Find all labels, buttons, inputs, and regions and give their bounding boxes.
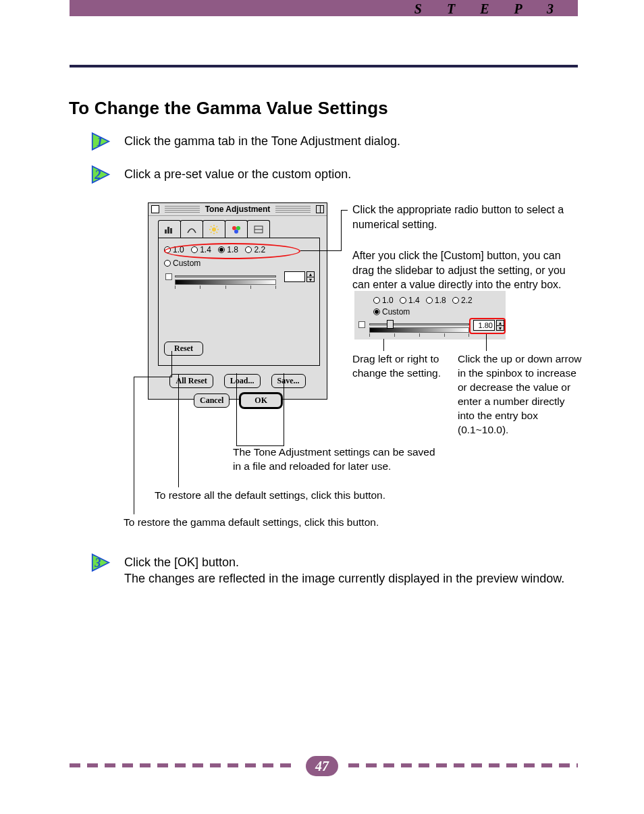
titlebar-lines — [275, 206, 311, 213]
spin-down-icon[interactable]: ▼ — [307, 277, 314, 282]
ex-radio-2-2[interactable]: 2.2 — [452, 296, 473, 305]
footer-dashes-right — [348, 763, 578, 767]
gamma-slider[interactable]: ▲▼ — [164, 271, 314, 285]
ex-radio-1-4[interactable]: 1.4 — [400, 296, 420, 305]
ex-radio-custom[interactable]: Custom — [373, 307, 410, 317]
svg-point-18 — [234, 229, 238, 234]
svg-line-12 — [211, 226, 212, 227]
step-2-text: Click a pre-set value or the custom opti… — [124, 167, 351, 182]
slider-left-icon — [358, 321, 365, 328]
dialog-tabs — [149, 216, 327, 238]
page-number: 47 — [306, 756, 338, 776]
tab-balance[interactable] — [247, 220, 270, 238]
slider-thumb[interactable] — [387, 320, 394, 329]
svg-text:2: 2 — [94, 168, 101, 182]
step-3-body: The changes are reflected in the image c… — [124, 571, 570, 587]
close-box-icon[interactable] — [151, 205, 159, 213]
save-button[interactable]: Save... — [271, 374, 306, 388]
header-bar: S T E P 3 — [70, 0, 578, 16]
svg-rect-4 — [165, 229, 167, 234]
dialog-titlebar[interactable]: Tone Adjustment — [149, 203, 327, 216]
titlebar-lines — [165, 206, 200, 213]
tab-curves[interactable] — [180, 220, 203, 238]
callout-reset: To restore the gamma default settings, c… — [124, 516, 394, 530]
header-rule — [70, 65, 578, 67]
tab-brightness[interactable] — [203, 220, 225, 238]
callout-radio-select: Click the appropriate radio button to se… — [352, 202, 568, 232]
callout-all-reset: To restore all the default settings, cli… — [155, 489, 425, 503]
svg-line-13 — [217, 232, 218, 233]
ex-radio-1-0[interactable]: 1.0 — [373, 296, 394, 305]
load-button[interactable]: Load... — [224, 374, 261, 388]
gamma-entry[interactable] — [284, 271, 305, 282]
callout-spin: Click the up or down arrow in the spinbo… — [458, 352, 583, 437]
page-title: To Change the Gamma Value Settings — [69, 98, 388, 119]
callout-after-custom: After you click the [Custom] button, you… — [352, 248, 568, 292]
cancel-button[interactable]: Cancel — [194, 394, 230, 408]
svg-text:3: 3 — [94, 556, 101, 570]
svg-text:1: 1 — [97, 134, 103, 148]
radio-custom[interactable]: Custom — [164, 259, 200, 268]
step-1-text: Click the gamma tab in the Tone Adjustme… — [124, 134, 400, 149]
dialog-title: Tone Adjustment — [203, 205, 273, 214]
all-reset-button[interactable]: All Reset — [169, 374, 213, 388]
gamma-spin[interactable]: ▲▼ — [306, 271, 315, 282]
window-shade-icon[interactable] — [316, 205, 324, 213]
reset-button[interactable]: Reset — [164, 342, 203, 356]
footer-dashes-left — [70, 763, 296, 767]
tab-histogram[interactable] — [158, 220, 181, 238]
ok-button[interactable]: OK — [240, 394, 281, 408]
svg-line-14 — [211, 232, 212, 233]
step-label: S T E P 3 — [414, 1, 564, 17]
svg-line-15 — [217, 226, 218, 227]
callout-drag: Drag left or right to change the setting… — [352, 352, 454, 381]
step-marker-2: 2 — [91, 163, 115, 186]
step-3-heading: Click the [OK] button. — [124, 555, 239, 570]
step-marker-3: 3 — [91, 551, 115, 574]
ex-radio-1-8[interactable]: 1.8 — [426, 296, 446, 305]
spin-up-icon[interactable]: ▲ — [307, 272, 314, 277]
svg-point-17 — [236, 226, 240, 230]
tone-adjustment-dialog: Tone Adjustment 1.0 1.4 1.8 2.2 Custom ▲… — [148, 202, 327, 400]
callout-save: The Tone Adjustment settings can be save… — [233, 445, 435, 474]
tab-gamma[interactable] — [225, 220, 248, 238]
svg-rect-5 — [167, 227, 169, 234]
step-marker-1: 1 — [91, 130, 115, 153]
slider-left-icon — [165, 273, 172, 280]
svg-point-16 — [232, 226, 236, 230]
highlight-ellipse-radios — [164, 243, 300, 259]
highlight-rect-entry — [469, 318, 506, 334]
svg-rect-6 — [170, 228, 172, 234]
svg-point-7 — [212, 227, 216, 232]
